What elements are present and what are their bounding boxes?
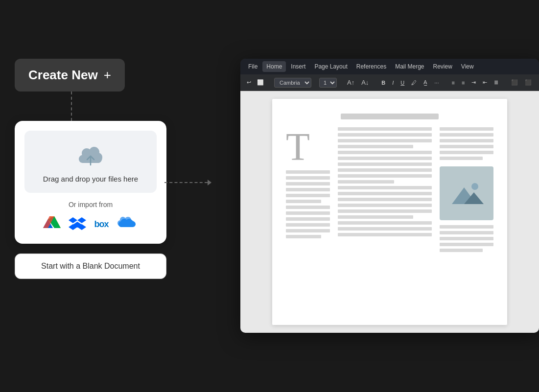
text-line	[338, 139, 432, 142]
google-drive-icon[interactable]	[43, 214, 61, 234]
drop-cap-T: T	[286, 127, 330, 166]
toolbar-undo-group: ↩ ⬜	[244, 78, 266, 87]
doc-columns: T	[286, 127, 493, 309]
doc-title-placeholder	[341, 114, 439, 119]
text-line	[338, 198, 432, 201]
font-family-select[interactable]: Cambria	[274, 78, 311, 88]
doc-page: T	[272, 99, 507, 325]
highlight-button[interactable]: 🖊	[409, 79, 419, 87]
text-line	[440, 225, 493, 229]
blank-doc-label: Start with a Blank Document	[41, 262, 140, 270]
menu-page-layout[interactable]: Page Layout	[310, 61, 351, 72]
text-line	[286, 182, 330, 185]
import-icons-row: box	[24, 214, 157, 234]
text-line	[338, 133, 432, 137]
drag-drop-text: Drag and drop your files here	[43, 175, 138, 183]
plus-icon: +	[104, 68, 111, 83]
upload-cloud-icon	[76, 145, 105, 169]
indent-button[interactable]: ⇥	[469, 78, 478, 87]
menu-review[interactable]: Review	[429, 61, 456, 72]
text-line	[338, 162, 432, 166]
box-icon[interactable]: box	[94, 219, 108, 230]
text-line	[440, 133, 493, 137]
bullet-list-button[interactable]: ≡	[449, 79, 457, 87]
text-line	[440, 231, 493, 234]
text-line	[286, 176, 330, 180]
upload-card: Drag and drop your files here Or import …	[15, 121, 166, 244]
align-left-button[interactable]: ⬛	[509, 78, 520, 87]
bold-button[interactable]: B	[379, 79, 388, 87]
more2-button[interactable]: ···	[536, 79, 539, 87]
import-label: Or import from	[24, 201, 157, 208]
text-line	[338, 174, 432, 178]
text-line	[338, 204, 432, 207]
svg-marker-5	[69, 217, 77, 223]
doc-area: T	[240, 91, 539, 333]
text-line	[338, 168, 432, 172]
text-line	[286, 188, 330, 191]
create-new-button[interactable]: Create New +	[15, 59, 125, 92]
menu-mail-merge[interactable]: Mail Merge	[391, 61, 428, 72]
text-line	[338, 180, 394, 184]
horizontal-connector	[164, 180, 211, 185]
text-line	[338, 157, 432, 160]
redo-button[interactable]: ⬜	[255, 78, 266, 87]
dropbox-icon[interactable]	[69, 214, 86, 234]
svg-marker-6	[77, 217, 86, 223]
editor-panel: File Home Insert Page Layout References …	[240, 59, 539, 333]
onedrive-icon[interactable]	[117, 216, 138, 232]
image-placeholder	[440, 166, 493, 220]
text-line	[286, 194, 330, 197]
text-line	[286, 200, 321, 203]
outdent-button[interactable]: ⇤	[480, 78, 490, 87]
h-connector-line	[164, 182, 208, 183]
color-button[interactable]: A̲	[421, 78, 430, 87]
menu-insert[interactable]: Insert	[287, 61, 309, 72]
text-line	[440, 237, 493, 240]
text-line	[286, 211, 330, 215]
text-line	[338, 221, 432, 225]
more-button[interactable]: ···	[432, 79, 441, 87]
menu-view[interactable]: View	[457, 61, 478, 72]
text-line	[440, 157, 483, 160]
text-line	[440, 145, 493, 148]
left-panel: Create New + Drag and drop your files	[0, 0, 230, 392]
text-line	[286, 206, 330, 209]
left-col-lines	[286, 170, 330, 241]
underline-button[interactable]: U	[398, 79, 407, 87]
list-type-button[interactable]: ≣	[492, 78, 501, 87]
text-line	[338, 209, 432, 213]
font-size-select[interactable]: 14	[319, 78, 337, 88]
grow-font-button[interactable]: A↑	[345, 78, 357, 87]
blank-document-button[interactable]: Start with a Blank Document	[15, 254, 166, 279]
svg-point-12	[471, 183, 478, 190]
menu-bar: File Home Insert Page Layout References …	[240, 59, 539, 74]
text-line	[338, 192, 432, 195]
text-line	[338, 227, 432, 231]
undo-button[interactable]: ↩	[244, 78, 254, 87]
text-line	[338, 151, 432, 154]
menu-file[interactable]: File	[244, 61, 261, 72]
italic-button[interactable]: I	[390, 79, 396, 87]
text-line	[286, 223, 330, 227]
menu-home[interactable]: Home	[262, 61, 286, 72]
text-line	[286, 235, 321, 238]
numbered-list-button[interactable]: ≡	[459, 79, 467, 87]
text-line	[440, 139, 493, 142]
text-line	[440, 151, 493, 154]
doc-col-left: T	[286, 127, 330, 309]
align-center-button[interactable]: ⬛	[522, 78, 534, 87]
text-line	[338, 127, 432, 131]
text-line	[338, 233, 432, 236]
doc-col-main	[338, 127, 432, 309]
text-line	[286, 229, 330, 232]
drop-zone[interactable]: Drag and drop your files here	[24, 131, 157, 193]
menu-references[interactable]: References	[352, 61, 390, 72]
vertical-connector	[71, 92, 72, 121]
shrink-font-button[interactable]: A↓	[359, 78, 371, 87]
toolbar: ↩ ⬜ Cambria 14 A↑ A↓ B I U 🖊 A̲ ··· ≡ ≡ …	[240, 74, 539, 91]
text-line	[338, 186, 432, 189]
box-icon-text: box	[94, 219, 108, 229]
text-line	[440, 127, 493, 131]
doc-col-right	[440, 127, 493, 309]
